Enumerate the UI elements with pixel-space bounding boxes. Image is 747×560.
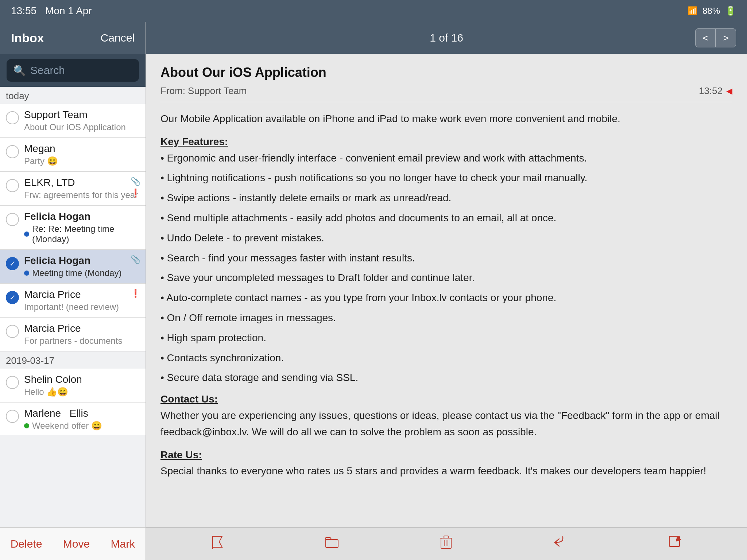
email-from-row: From: Support Team 13:52 ◀ (160, 85, 732, 102)
main-layout: Inbox Cancel 🔍 Search today Support Team… (0, 22, 747, 560)
next-button[interactable]: > (716, 28, 736, 47)
list-item[interactable]: Megan Party 😀 (0, 138, 146, 172)
unread-dot (24, 232, 29, 237)
list-item[interactable]: Support Team About Our iOS Application (0, 104, 146, 138)
feature-item: On / Off remote images in messages. (160, 310, 732, 326)
email-content: Marlene Ellis Weekend offer 😀 (24, 408, 140, 431)
list-item[interactable]: Marcia Price For partners - documents (0, 318, 146, 351)
cancel-button[interactable]: Cancel (101, 32, 135, 44)
left-header: Inbox Cancel (0, 22, 146, 54)
move-button[interactable]: Move (63, 538, 90, 550)
email-content: Felicia Hogan Re: Re: Meeting time (Mond… (24, 211, 140, 244)
feature-item: Lightning notifications - push notificat… (160, 170, 732, 186)
rate-title: Rate Us: (160, 447, 732, 463)
email-content: Felicia Hogan Meeting time (Monday) (24, 255, 140, 278)
status-bar: 13:55 Mon 1 Apr 📶 88% 🔋 (0, 0, 747, 22)
pager-text: 1 of 16 (430, 32, 463, 44)
email-sender: Shelin Colon (24, 374, 140, 385)
email-checkbox[interactable]: ✓ (6, 257, 19, 270)
email-checkbox[interactable] (6, 410, 19, 423)
flag-button[interactable] (211, 535, 224, 552)
email-checkbox[interactable] (6, 179, 19, 192)
mark-button[interactable]: Mark (111, 538, 135, 550)
compose-button[interactable] (669, 536, 682, 552)
search-bar-container: 🔍 Search (0, 54, 146, 87)
feature-item: Auto-complete contact names - as you typ… (160, 290, 732, 306)
email-sender: Marcia Price (24, 323, 140, 334)
email-from: From: Support Team (160, 85, 247, 97)
status-time: 13:55 (11, 5, 36, 17)
email-preview: For partners - documents (24, 336, 140, 346)
list-item[interactable]: Marlene Ellis Weekend offer 😀 (0, 402, 146, 435)
email-content: Megan Party 😀 (24, 143, 140, 166)
right-header: 1 of 16 < > (146, 22, 747, 54)
search-input[interactable]: Search (30, 64, 65, 77)
attachment-icon: 📎 (131, 177, 140, 186)
email-content: Marcia Price For partners - documents (24, 323, 140, 346)
trash-button[interactable] (440, 535, 452, 552)
email-sender: ELKR, LTD (24, 177, 140, 188)
email-body: Our Mobile Application available on iPho… (160, 111, 732, 479)
attachment-icon: 📎 (131, 255, 140, 264)
list-item[interactable]: Shelin Colon Hello 👍😄 (0, 369, 146, 402)
feature-item: Search - find your messages faster with … (160, 250, 732, 267)
email-content: Shelin Colon Hello 👍😄 (24, 374, 140, 397)
list-item[interactable]: ✓ Felicia Hogan Meeting time (Monday) 📎 (0, 250, 146, 284)
email-preview: Re: Re: Meeting time (Monday) (24, 224, 140, 244)
status-date: Mon 1 Apr (45, 5, 92, 17)
priority-icon: ❗ (131, 289, 140, 298)
email-time-row: 13:52 ◀ (699, 85, 732, 97)
feature-item: Ergonomic and user-friendly interface - … (160, 150, 732, 167)
email-content: Support Team About Our iOS Application (24, 109, 140, 132)
contact-title: Contact Us: (160, 391, 732, 408)
search-input-wrap[interactable]: 🔍 Search (7, 59, 139, 82)
unread-dot (24, 271, 29, 276)
email-sender: Support Team (24, 109, 140, 121)
delete-button[interactable]: Delete (11, 538, 42, 550)
email-checkbox[interactable] (6, 111, 19, 124)
email-checkbox[interactable] (6, 145, 19, 158)
list-item[interactable]: ELKR, LTD Frw: agreements for this year … (0, 172, 146, 206)
prev-button[interactable]: < (695, 28, 716, 47)
pager-buttons: < > (695, 28, 736, 47)
features-list: Ergonomic and user-friendly interface - … (160, 150, 732, 386)
feature-item: Secure data storage and sending via SSL. (160, 370, 732, 386)
feature-item: Contacts synchronization. (160, 350, 732, 366)
flag-indicator-icon: ◀ (726, 86, 732, 96)
email-subject: About Our iOS Application (160, 65, 732, 80)
rate-text: Special thanks to everyone who rates us … (160, 463, 732, 479)
email-preview: Weekend offer 😀 (24, 421, 140, 431)
email-checkbox[interactable] (6, 325, 19, 338)
svg-rect-4 (444, 536, 448, 538)
email-list: today Support Team About Our iOS Applica… (0, 87, 146, 527)
right-bottom-toolbar (146, 527, 747, 560)
email-preview: Frw: agreements for this year (24, 190, 140, 200)
inbox-title: Inbox (11, 31, 44, 45)
priority-icon: ❗ (131, 188, 140, 198)
email-view: About Our iOS Application From: Support … (146, 54, 747, 527)
email-checkbox[interactable] (6, 213, 19, 226)
list-item[interactable]: ✓ Marcia Price Important! (need review) … (0, 284, 146, 318)
email-content: Marcia Price Important! (need review) (24, 289, 140, 312)
email-timestamp: 13:52 (699, 85, 723, 97)
email-sender: Felicia Hogan (24, 211, 140, 222)
email-preview: Hello 👍😄 (24, 387, 140, 397)
key-features-title: Key Features: (160, 134, 732, 150)
list-item[interactable]: Felicia Hogan Re: Re: Meeting time (Mond… (0, 206, 146, 250)
reply-button[interactable] (553, 536, 567, 552)
right-panel: 1 of 16 < > About Our iOS Application Fr… (146, 22, 747, 560)
contact-text: Whether you are experiencing any issues,… (160, 408, 732, 440)
folder-button[interactable] (325, 536, 339, 552)
battery-icon: 🔋 (725, 6, 736, 16)
left-bottom-bar: Delete Move Mark (0, 527, 146, 560)
email-content: ELKR, LTD Frw: agreements for this year (24, 177, 140, 200)
email-checkbox[interactable] (6, 376, 19, 389)
wifi-icon: 📶 (688, 6, 697, 16)
status-icons: 📶 88% 🔋 (688, 6, 736, 16)
email-sender: Megan (24, 143, 140, 155)
email-sender: Marlene Ellis (24, 408, 140, 419)
email-intro: Our Mobile Application available on iPho… (160, 111, 732, 127)
email-checkbox[interactable]: ✓ (6, 291, 19, 304)
svg-rect-1 (326, 540, 338, 548)
unread-dot-green (24, 423, 29, 428)
